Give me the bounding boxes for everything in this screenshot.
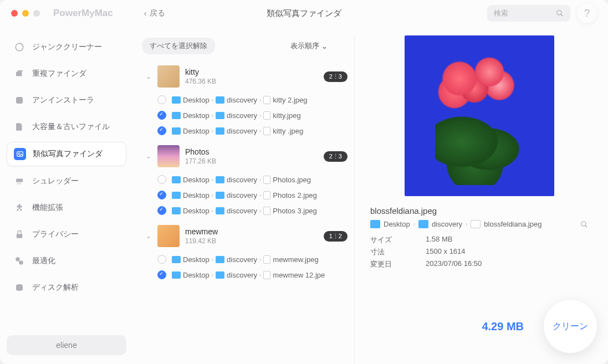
sidebar-item-uninstaller[interactable]: アンインストーラ xyxy=(7,89,126,112)
checkbox[interactable] xyxy=(157,255,166,264)
user-pill[interactable]: eliene xyxy=(7,335,126,355)
sidebar-item-junk-cleaner[interactable]: ジャンククリーナー xyxy=(7,35,126,59)
preview-filename: blossfeldiana.jpeg xyxy=(370,206,588,216)
checkbox[interactable] xyxy=(157,270,166,279)
uninstaller-icon xyxy=(13,94,25,106)
sidebar: ジャンククリーナー 重複ファインダ アンインストーラ 大容量＆古いファイル 類似… xyxy=(0,0,133,364)
svg-rect-12 xyxy=(17,234,23,238)
sidebar-item-disk-analysis[interactable]: ディスク解析 xyxy=(7,276,126,299)
file-icon xyxy=(263,191,270,199)
file-path: Desktop›discovery›Photos 2.jpeg xyxy=(172,191,317,199)
group-size: 119.42 KB xyxy=(185,237,324,245)
file-path: Desktop›discovery›kitty 2.jpeg xyxy=(172,96,307,104)
folder-icon xyxy=(216,127,224,135)
checkbox[interactable] xyxy=(157,95,166,104)
clean-button[interactable]: クリーン xyxy=(544,300,597,353)
sidebar-item-label: プライバシー xyxy=(32,229,79,239)
file-icon xyxy=(263,207,270,215)
junk-cleaner-icon xyxy=(13,41,25,53)
selection-badge: 2⋮3 xyxy=(324,151,348,162)
file-row[interactable]: Desktop›discovery›kitty .jpeg xyxy=(137,123,350,139)
group-size: 476.36 KB xyxy=(185,78,324,85)
svg-rect-8 xyxy=(16,179,23,182)
disk-icon xyxy=(13,281,25,294)
checkbox[interactable] xyxy=(157,206,166,215)
checkbox[interactable] xyxy=(157,126,166,135)
folder-icon xyxy=(172,176,181,183)
sidebar-item-duplicate-finder[interactable]: 重複ファインダ xyxy=(7,62,126,85)
file-row[interactable]: Desktop›discovery›mewmew.jpeg xyxy=(137,252,350,267)
group-header[interactable]: ⌄ mewmew 119.42 KB 1⋮2 xyxy=(137,221,350,252)
folder-icon xyxy=(418,220,428,228)
meta-dim-value: 1500 x 1614 xyxy=(426,247,466,257)
optimize-icon xyxy=(13,255,25,267)
sidebar-item-large-old-files[interactable]: 大容量＆古いファイル xyxy=(7,115,126,139)
group-thumbnail xyxy=(157,145,180,167)
group-name: mewmew xyxy=(185,227,324,236)
sidebar-item-shredder[interactable]: シュレッダー xyxy=(7,170,126,193)
file-row[interactable]: Desktop›discovery›kitty 2.jpeg xyxy=(137,92,350,107)
sidebar-item-extensions[interactable]: 機能拡張 xyxy=(7,196,126,219)
checkbox[interactable] xyxy=(157,111,166,120)
back-label: 戻る xyxy=(150,8,165,18)
sidebar-item-similar-photos[interactable]: 類似写真ファインダ xyxy=(7,142,126,166)
group-header[interactable]: ⌄ Photos 177.26 KB 2⋮3 xyxy=(137,141,350,172)
sidebar-item-optimize[interactable]: 最適化 xyxy=(7,249,126,273)
selection-badge: 1⋮2 xyxy=(324,231,348,242)
file-path: Desktop›discovery›Photos.jpeg xyxy=(172,176,311,184)
svg-point-13 xyxy=(16,257,20,262)
group-title: kitty 476.36 KB xyxy=(185,68,324,85)
file-path: Desktop›discovery›mewmew 12.jpe xyxy=(172,271,325,279)
help-button[interactable]: ? xyxy=(577,3,597,23)
titlebar: PowerMyMac ‹ 戻る 類似写真ファインダ 検索 ? xyxy=(0,0,608,27)
sidebar-item-privacy[interactable]: プライバシー xyxy=(7,223,126,246)
window-title: 類似写真ファインダ xyxy=(267,8,341,19)
sort-label: 表示順序 xyxy=(290,41,319,51)
group-thumbnail xyxy=(157,65,180,88)
file-row[interactable]: Desktop›discovery›kitty.jpeg xyxy=(137,107,350,123)
sidebar-item-label: ディスク解析 xyxy=(32,283,79,293)
maximize-window-button[interactable] xyxy=(33,10,40,17)
chevron-down-icon: ⌄ xyxy=(140,73,157,80)
extensions-icon xyxy=(13,202,25,214)
selection-badge: 2⋮3 xyxy=(324,71,348,82)
file-list-column: すべてを選択解除 表示順序 ⌄ ⌄ kitty 476.36 KB 2⋮3 xyxy=(133,35,355,364)
folder-icon xyxy=(172,96,181,104)
meta-size-value: 1.58 MB xyxy=(426,235,452,245)
chevron-down-icon: ⌄ xyxy=(140,152,157,160)
search-placeholder: 検索 xyxy=(494,8,556,18)
svg-rect-5 xyxy=(16,97,23,104)
file-row[interactable]: Desktop›discovery›Photos 2.jpeg xyxy=(137,187,350,203)
photo-group: ⌄ kitty 476.36 KB 2⋮3 Desktop›discovery›… xyxy=(137,61,350,139)
folder-icon xyxy=(216,96,224,104)
file-row[interactable]: Desktop›discovery›Photos 3.jpeg xyxy=(137,203,350,218)
file-icon xyxy=(263,271,270,279)
duplicate-finder-icon xyxy=(13,68,25,80)
group-size: 177.26 KB xyxy=(185,157,324,165)
search-input[interactable]: 検索 xyxy=(487,5,570,22)
file-icon xyxy=(471,220,481,228)
checkbox[interactable] xyxy=(157,191,166,199)
sort-button[interactable]: 表示順序 ⌄ xyxy=(290,41,328,51)
file-row[interactable]: Desktop›discovery›mewmew 12.jpe xyxy=(137,267,350,283)
checkbox[interactable] xyxy=(157,175,166,184)
folder-icon xyxy=(172,256,181,263)
file-row[interactable]: Desktop›discovery›Photos.jpeg xyxy=(137,172,350,187)
back-button[interactable]: ‹ 戻る xyxy=(144,8,166,18)
window-controls xyxy=(11,10,40,17)
file-path: Desktop›discovery›kitty .jpeg xyxy=(172,127,303,135)
folder-icon xyxy=(172,127,181,135)
list-header: すべてを選択解除 表示順序 ⌄ xyxy=(137,35,350,61)
minimize-window-button[interactable] xyxy=(22,10,29,17)
sidebar-item-label: アンインストーラ xyxy=(32,95,94,105)
deselect-all-button[interactable]: すべてを選択解除 xyxy=(142,38,215,54)
sidebar-item-label: 最適化 xyxy=(32,256,55,266)
magnify-icon[interactable] xyxy=(580,221,588,228)
photos-icon xyxy=(14,148,26,160)
shredder-icon xyxy=(13,175,25,187)
group-title: mewmew 119.42 KB xyxy=(185,227,324,245)
folder-icon xyxy=(172,192,181,199)
group-thumbnail xyxy=(157,225,180,247)
group-header[interactable]: ⌄ kitty 476.36 KB 2⋮3 xyxy=(137,61,350,92)
close-window-button[interactable] xyxy=(11,10,18,17)
